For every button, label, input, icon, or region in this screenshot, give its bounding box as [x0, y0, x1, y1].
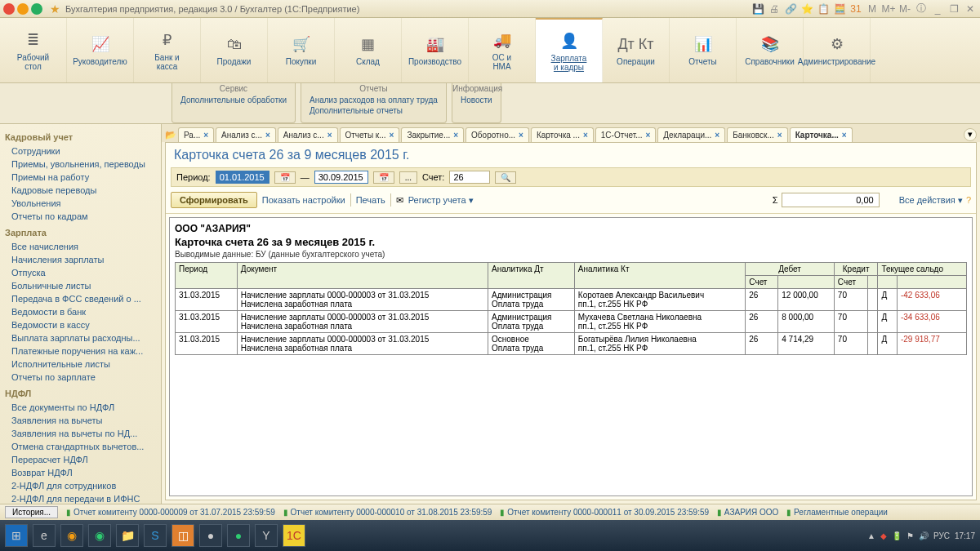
tab-close-icon[interactable]: ×	[453, 131, 458, 140]
ribbon-item[interactable]: Дт КтОперации	[603, 18, 670, 82]
tab-nav-icon[interactable]: 📂	[165, 130, 176, 140]
ribbon-item[interactable]: ▦Склад	[335, 18, 402, 82]
account-search-icon[interactable]: 🔍	[495, 171, 516, 184]
yandex-icon[interactable]: Y	[255, 524, 278, 547]
tab-overflow-button[interactable]: ▾	[964, 128, 977, 141]
sum-input[interactable]	[782, 193, 880, 207]
app-icon[interactable]: ◉	[60, 524, 83, 547]
m-minus-icon[interactable]: M-	[898, 2, 911, 16]
sidebar-link[interactable]: Отпуска	[5, 266, 156, 279]
date-to-input[interactable]	[314, 171, 368, 184]
start-icon[interactable]: ⊞	[5, 524, 28, 547]
calendar-from-icon[interactable]: 📅	[274, 171, 296, 184]
sidebar-link[interactable]: Передача в ФСС сведений о ...	[5, 292, 156, 305]
ribbon-item[interactable]: 📚Справочники	[737, 18, 804, 82]
status-item[interactable]: ▮ Отчет комитенту 0000-000011 от 30.09.2…	[500, 508, 709, 517]
info-icon[interactable]: ⓘ	[915, 2, 928, 16]
status-item[interactable]: ▮ АЗАРИЯ ООО	[717, 508, 778, 517]
maximize-icon[interactable]	[31, 3, 42, 15]
sidebar-link[interactable]: Ведомости в банк	[5, 305, 156, 318]
table-row[interactable]: 31.03.2015Начисление зарплаты 0000-00000…	[176, 311, 967, 333]
favorite-icon[interactable]: ★	[50, 2, 60, 16]
all-actions-link[interactable]: Все действия ▾	[899, 195, 963, 206]
form-button[interactable]: Сформировать	[171, 192, 257, 208]
document-tab[interactable]: Анализ с...×	[278, 127, 338, 142]
tray-icon3[interactable]: 🔋	[892, 531, 902, 540]
status-item[interactable]: ▮ Отчет комитенту 0000-000010 от 31.08.2…	[283, 508, 492, 517]
tab-close-icon[interactable]: ×	[519, 131, 523, 140]
tray-icon4[interactable]: ⚑	[906, 531, 914, 540]
app5-icon[interactable]: ●	[227, 524, 250, 547]
date-from-input[interactable]	[216, 171, 270, 184]
tab-close-icon[interactable]: ×	[645, 131, 650, 140]
calendar-icon[interactable]: 31	[849, 2, 862, 16]
sidebar-link[interactable]: Сотрудники	[5, 144, 156, 158]
m-icon[interactable]: M	[866, 2, 879, 16]
subribbon-link[interactable]: Дополнительные отчеты	[306, 105, 441, 116]
tray-icon2[interactable]: ◆	[880, 531, 887, 540]
ribbon-item[interactable]: 🛍Продажи	[201, 18, 268, 82]
window-close-icon[interactable]: ✕	[964, 2, 977, 16]
register-link[interactable]: Регистр учета ▾	[408, 195, 474, 206]
app2-icon[interactable]: ◉	[88, 524, 111, 547]
ribbon-item[interactable]: 📈Руководителю	[67, 18, 134, 82]
save-icon[interactable]: 💾	[751, 2, 764, 16]
ribbon-item[interactable]: ≣Рабочийстол	[0, 18, 67, 82]
sidebar-link[interactable]: Кадровые переводы	[5, 184, 156, 197]
period-more-button[interactable]: ...	[399, 171, 417, 184]
subribbon-link[interactable]: Дополнительные обработки	[177, 95, 290, 105]
sidebar-link[interactable]: Исполнительные листы	[5, 358, 156, 371]
sidebar-link[interactable]: Отмена стандартных вычетов...	[5, 440, 156, 453]
close-icon[interactable]	[3, 3, 15, 15]
app3-icon[interactable]: ◫	[172, 524, 194, 547]
link-icon[interactable]: 🔗	[784, 2, 797, 16]
print-link[interactable]: Печать	[356, 195, 385, 205]
ribbon-item[interactable]: 📊Отчеты	[670, 18, 737, 82]
sidebar-link[interactable]: Приемы на работу	[5, 171, 156, 184]
tab-close-icon[interactable]: ×	[842, 131, 847, 140]
document-tab[interactable]: Оборотно...×	[466, 127, 529, 142]
document-tab[interactable]: Закрытие...×	[401, 127, 464, 142]
tab-close-icon[interactable]: ×	[777, 131, 782, 140]
sidebar-link[interactable]: Ведомости в кассу	[5, 318, 156, 331]
sidebar-link[interactable]: Заявления на вычеты	[5, 414, 156, 427]
status-item[interactable]: ▮ Отчет комитенту 0000-000009 от 31.07.2…	[66, 508, 275, 517]
document-tab[interactable]: 1С-Отчет...×	[595, 127, 657, 142]
document-tab[interactable]: Карточка ...×	[531, 127, 594, 142]
ribbon-item[interactable]: ⚙Администрирование	[804, 18, 871, 82]
sidebar-link[interactable]: Перерасчет НДФЛ	[5, 453, 156, 466]
subribbon-link[interactable]: Анализ расходов на оплату труда	[306, 95, 441, 105]
app4-icon[interactable]: ●	[199, 524, 222, 547]
ribbon-item[interactable]: 🏭Производство	[402, 18, 469, 82]
sidebar-link[interactable]: Возврат НДФЛ	[5, 466, 156, 479]
sidebar-link[interactable]: 2-НДФЛ для передачи в ИФНС	[5, 492, 156, 504]
sidebar-link[interactable]: Увольнения	[5, 197, 156, 210]
folder-icon[interactable]: 📁	[116, 524, 139, 547]
document-tab[interactable]: Карточка...×	[790, 127, 853, 142]
sidebar-link[interactable]: Отчеты по зарплате	[5, 371, 156, 384]
tray-volume-icon[interactable]: 🔊	[919, 531, 929, 540]
sidebar-link[interactable]: Платежные поручения на каж...	[5, 344, 156, 358]
sidebar-link[interactable]: Все документы по НДФЛ	[5, 401, 156, 414]
document-tab[interactable]: Анализ с...×	[216, 127, 276, 142]
sidebar-link[interactable]: Больничные листы	[5, 279, 156, 292]
status-item[interactable]: ▮ Регламентные операции	[786, 508, 888, 517]
sidebar-link[interactable]: Выплата зарплаты расходны...	[5, 331, 156, 344]
document-tab[interactable]: Ра...×	[178, 127, 214, 142]
sidebar-link[interactable]: Начисления зарплаты	[5, 253, 156, 266]
1c-icon[interactable]: 1С	[283, 524, 305, 547]
tray-icon[interactable]: ▲	[867, 531, 875, 540]
sidebar-link[interactable]: Заявления на вычеты по НД...	[5, 427, 156, 440]
ribbon-item[interactable]: 👤Зарплатаи кадры	[536, 18, 603, 82]
minimize-icon[interactable]	[17, 3, 29, 15]
star-icon[interactable]: ⭐	[800, 2, 813, 16]
print-icon[interactable]: 🖨	[768, 2, 781, 16]
show-settings-link[interactable]: Показать настройки	[262, 195, 345, 205]
window-minimize-icon[interactable]: _	[931, 2, 944, 16]
subribbon-link[interactable]: Новости	[457, 95, 496, 105]
sidebar-link[interactable]: 2-НДФЛ для сотрудников	[5, 479, 156, 492]
help-icon[interactable]: ?	[966, 195, 971, 205]
mail-icon[interactable]: ✉	[396, 195, 403, 206]
account-input[interactable]	[449, 171, 490, 184]
lang-indicator[interactable]: РУС	[933, 531, 950, 540]
